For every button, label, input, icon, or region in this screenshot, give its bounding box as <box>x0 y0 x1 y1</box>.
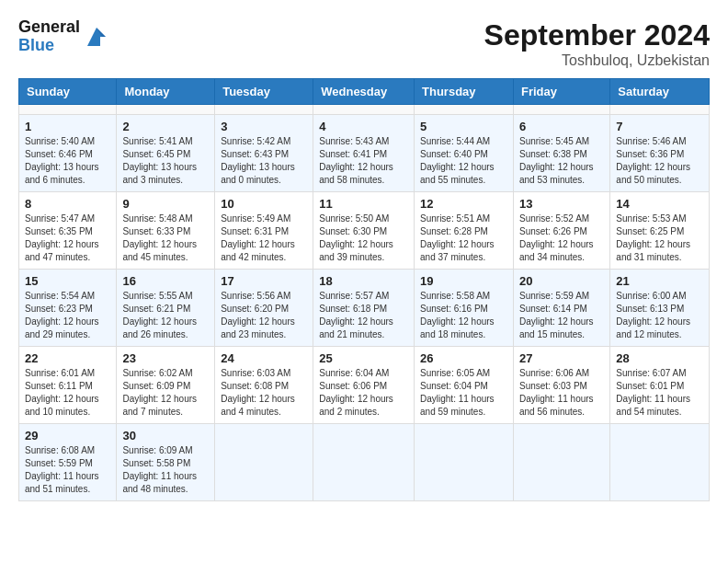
day-info: Sunrise: 5:59 AMSunset: 6:14 PMDaylight:… <box>519 290 604 341</box>
day-number: 8 <box>25 197 110 211</box>
calendar-week-row: 22Sunrise: 6:01 AMSunset: 6:11 PMDayligh… <box>19 347 710 424</box>
calendar-cell: 21Sunrise: 6:00 AMSunset: 6:13 PMDayligh… <box>610 270 710 347</box>
calendar-header-row: SundayMondayTuesdayWednesdayThursdayFrid… <box>19 79 710 105</box>
day-info: Sunrise: 5:58 AMSunset: 6:16 PMDaylight:… <box>420 290 507 341</box>
day-number: 25 <box>319 351 408 365</box>
calendar-cell: 16Sunrise: 5:55 AMSunset: 6:21 PMDayligh… <box>117 270 215 347</box>
calendar-cell: 18Sunrise: 5:57 AMSunset: 6:18 PMDayligh… <box>313 270 415 347</box>
day-info: Sunrise: 5:41 AMSunset: 6:45 PMDaylight:… <box>122 135 209 187</box>
calendar-cell <box>610 105 710 115</box>
day-number: 21 <box>616 274 703 288</box>
day-info: Sunrise: 6:03 AMSunset: 6:08 PMDaylight:… <box>221 367 307 419</box>
day-info: Sunrise: 5:44 AMSunset: 6:40 PMDaylight:… <box>420 135 507 187</box>
day-info: Sunrise: 5:46 AMSunset: 6:36 PMDaylight:… <box>616 135 703 187</box>
day-info: Sunrise: 5:52 AMSunset: 6:26 PMDaylight:… <box>519 213 604 264</box>
day-info: Sunrise: 5:56 AMSunset: 6:20 PMDaylight:… <box>221 290 307 341</box>
calendar-cell: 13Sunrise: 5:52 AMSunset: 6:26 PMDayligh… <box>513 192 609 270</box>
day-number: 17 <box>221 274 307 288</box>
day-number: 14 <box>616 197 703 211</box>
day-number: 4 <box>319 120 408 133</box>
day-info: Sunrise: 5:43 AMSunset: 6:41 PMDaylight:… <box>319 135 408 187</box>
logo-line1: General <box>18 18 80 37</box>
day-header-wednesday: Wednesday <box>313 79 415 105</box>
calendar-cell <box>215 424 313 501</box>
day-number: 30 <box>122 429 209 442</box>
calendar-cell: 25Sunrise: 6:04 AMSunset: 6:06 PMDayligh… <box>313 347 415 424</box>
day-number: 19 <box>420 274 507 288</box>
day-header-saturday: Saturday <box>610 79 710 105</box>
calendar-cell <box>215 105 313 115</box>
logo-icon <box>84 24 109 50</box>
day-number: 7 <box>616 120 703 133</box>
calendar-cell: 17Sunrise: 5:56 AMSunset: 6:20 PMDayligh… <box>215 270 313 347</box>
day-info: Sunrise: 6:01 AMSunset: 6:11 PMDaylight:… <box>25 367 110 419</box>
calendar-cell: 19Sunrise: 5:58 AMSunset: 6:16 PMDayligh… <box>415 270 514 347</box>
day-info: Sunrise: 5:47 AMSunset: 6:35 PMDaylight:… <box>25 213 110 264</box>
calendar-cell: 28Sunrise: 6:07 AMSunset: 6:01 PMDayligh… <box>610 347 710 424</box>
logo-line2: Blue <box>18 37 80 55</box>
day-number: 3 <box>221 120 307 133</box>
day-info: Sunrise: 6:05 AMSunset: 6:04 PMDaylight:… <box>420 367 507 419</box>
day-number: 23 <box>122 351 209 365</box>
day-number: 12 <box>420 197 507 211</box>
day-info: Sunrise: 6:00 AMSunset: 6:13 PMDaylight:… <box>616 290 703 341</box>
day-number: 16 <box>122 274 209 288</box>
calendar-cell <box>117 105 215 115</box>
calendar-cell <box>610 424 710 501</box>
day-number: 6 <box>519 120 604 133</box>
calendar-cell <box>19 105 117 115</box>
calendar-cell: 20Sunrise: 5:59 AMSunset: 6:14 PMDayligh… <box>513 270 609 347</box>
month-title: September 2024 <box>484 18 710 52</box>
day-info: Sunrise: 6:06 AMSunset: 6:03 PMDaylight:… <box>519 367 604 419</box>
calendar-cell: 8Sunrise: 5:47 AMSunset: 6:35 PMDaylight… <box>19 192 117 270</box>
calendar-cell: 14Sunrise: 5:53 AMSunset: 6:25 PMDayligh… <box>610 192 710 270</box>
day-info: Sunrise: 5:48 AMSunset: 6:33 PMDaylight:… <box>122 213 209 264</box>
calendar-cell: 6Sunrise: 5:45 AMSunset: 6:38 PMDaylight… <box>513 115 609 192</box>
day-number: 20 <box>519 274 604 288</box>
calendar-cell <box>415 424 514 501</box>
day-info: Sunrise: 6:02 AMSunset: 6:09 PMDaylight:… <box>122 367 209 419</box>
day-number: 2 <box>122 120 209 133</box>
calendar-cell <box>513 424 609 501</box>
day-number: 22 <box>25 351 110 365</box>
day-header-friday: Friday <box>513 79 609 105</box>
day-info: Sunrise: 5:54 AMSunset: 6:23 PMDaylight:… <box>25 290 110 341</box>
calendar-cell: 1Sunrise: 5:40 AMSunset: 6:46 PMDaylight… <box>19 115 117 192</box>
day-number: 1 <box>25 120 110 133</box>
day-header-tuesday: Tuesday <box>215 79 313 105</box>
calendar-cell: 27Sunrise: 6:06 AMSunset: 6:03 PMDayligh… <box>513 347 609 424</box>
day-number: 27 <box>519 351 604 365</box>
calendar-cell: 11Sunrise: 5:50 AMSunset: 6:30 PMDayligh… <box>313 192 415 270</box>
day-info: Sunrise: 5:40 AMSunset: 6:46 PMDaylight:… <box>25 135 110 187</box>
calendar-cell <box>313 105 415 115</box>
day-number: 15 <box>25 274 110 288</box>
calendar-cell: 9Sunrise: 5:48 AMSunset: 6:33 PMDaylight… <box>117 192 215 270</box>
calendar-week-row: 29Sunrise: 6:08 AMSunset: 5:59 PMDayligh… <box>19 424 710 501</box>
day-info: Sunrise: 6:08 AMSunset: 5:59 PMDaylight:… <box>25 444 110 496</box>
calendar-cell: 7Sunrise: 5:46 AMSunset: 6:36 PMDaylight… <box>610 115 710 192</box>
calendar-cell <box>415 105 514 115</box>
calendar-cell: 22Sunrise: 6:01 AMSunset: 6:11 PMDayligh… <box>19 347 117 424</box>
calendar-cell: 26Sunrise: 6:05 AMSunset: 6:04 PMDayligh… <box>415 347 514 424</box>
day-info: Sunrise: 5:42 AMSunset: 6:43 PMDaylight:… <box>221 135 307 187</box>
calendar-week-row: 1Sunrise: 5:40 AMSunset: 6:46 PMDaylight… <box>19 115 710 192</box>
calendar-cell: 15Sunrise: 5:54 AMSunset: 6:23 PMDayligh… <box>19 270 117 347</box>
day-header-sunday: Sunday <box>19 79 117 105</box>
day-number: 18 <box>319 274 408 288</box>
day-number: 24 <box>221 351 307 365</box>
day-info: Sunrise: 6:09 AMSunset: 5:58 PMDaylight:… <box>122 444 209 496</box>
calendar-cell: 5Sunrise: 5:44 AMSunset: 6:40 PMDaylight… <box>415 115 514 192</box>
calendar-cell: 29Sunrise: 6:08 AMSunset: 5:59 PMDayligh… <box>19 424 117 501</box>
calendar-cell: 2Sunrise: 5:41 AMSunset: 6:45 PMDaylight… <box>117 115 215 192</box>
calendar-week-row: 15Sunrise: 5:54 AMSunset: 6:23 PMDayligh… <box>19 270 710 347</box>
day-info: Sunrise: 5:51 AMSunset: 6:28 PMDaylight:… <box>420 213 507 264</box>
day-info: Sunrise: 5:50 AMSunset: 6:30 PMDaylight:… <box>319 213 408 264</box>
calendar-cell: 24Sunrise: 6:03 AMSunset: 6:08 PMDayligh… <box>215 347 313 424</box>
day-number: 28 <box>616 351 703 365</box>
calendar-cell: 4Sunrise: 5:43 AMSunset: 6:41 PMDaylight… <box>313 115 415 192</box>
title-area: September 2024 Toshbuloq, Uzbekistan <box>484 18 710 69</box>
location-title: Toshbuloq, Uzbekistan <box>484 52 710 69</box>
day-info: Sunrise: 5:55 AMSunset: 6:21 PMDaylight:… <box>122 290 209 341</box>
day-info: Sunrise: 6:07 AMSunset: 6:01 PMDaylight:… <box>616 367 703 419</box>
day-info: Sunrise: 5:45 AMSunset: 6:38 PMDaylight:… <box>519 135 604 187</box>
